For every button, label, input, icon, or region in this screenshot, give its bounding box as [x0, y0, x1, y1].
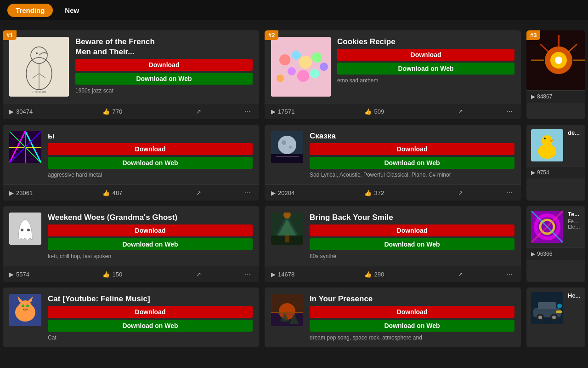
svg-point-35 — [278, 136, 296, 154]
card-1-genre: 1950s jazz scat — [75, 87, 253, 94]
card-5-download-btn[interactable]: Download — [310, 143, 514, 155]
card-7-thumb — [9, 213, 41, 245]
card-6-info: de... — [568, 129, 581, 161]
card-10-download-web-btn[interactable]: Download on Web — [48, 320, 253, 332]
card-9-footer: ▶ 96366 — [526, 247, 585, 260]
card-4-more[interactable]: ··· — [243, 189, 253, 197]
card-7-more[interactable]: ··· — [243, 270, 253, 278]
card-12-title: He... — [568, 292, 581, 299]
like-icon-4: 👍 — [102, 190, 110, 196]
card-5-genre: Sad Lyrical, Acoustic, Powerful Classica… — [310, 172, 514, 178]
svg-point-21 — [555, 57, 562, 64]
card-11-download-btn[interactable]: Download — [310, 306, 514, 318]
card-5-likes: 👍 372 — [364, 190, 458, 196]
svg-point-43 — [544, 138, 546, 139]
card-2-plays: ▶ 17571 — [271, 108, 364, 115]
rank-badge-1: #1 — [3, 30, 17, 40]
svg-point-46 — [27, 229, 30, 231]
card-4-footer: ▶ 23061 👍 487 ↗ ··· — [3, 184, 259, 201]
rank-badge-2: #2 — [265, 30, 278, 40]
card-5-info: Сказка Download Download on Web Sad Lyri… — [310, 131, 514, 178]
card-1-plays: ▶ 30474 — [9, 108, 102, 115]
card-1: #1 ♪ bird art Beware of the French — [3, 30, 259, 119]
svg-point-37 — [289, 146, 292, 149]
card-9: Te... Fem... Elec... ▶ 96366 — [526, 206, 585, 282]
card-8-download-web-btn[interactable]: Download on Web — [310, 238, 514, 250]
card-1-share[interactable]: ↗ — [196, 108, 243, 115]
card-5-share[interactable]: ↗ — [458, 190, 505, 196]
card-6-thumb — [531, 129, 563, 161]
card-5: Сказка Download Download on Web Sad Lyri… — [265, 125, 521, 201]
card-2-download-web-btn[interactable]: Download on Web — [337, 63, 514, 75]
card-12-inner: He... — [526, 288, 585, 329]
card-1-info: Beware of the French Men and Their... Do… — [75, 37, 253, 97]
card-8-download-btn[interactable]: Download — [310, 224, 514, 236]
card-2-genre: emo sad anthem — [337, 77, 514, 84]
card-7: Weekend Woes (Grandma's Ghost) Download … — [3, 206, 259, 282]
card-9-inner: Te... Fem... Elec... — [526, 206, 585, 247]
card-11-info: In Your Presence Download Download on We… — [310, 294, 514, 341]
svg-point-45 — [21, 229, 23, 231]
card-7-download-btn[interactable]: Download — [48, 224, 253, 236]
card-8-more[interactable]: ··· — [505, 270, 514, 278]
svg-point-78 — [552, 316, 556, 319]
svg-point-80 — [557, 304, 562, 308]
card-2-download-btn[interactable]: Download — [337, 49, 514, 61]
card-12-thumb — [531, 292, 563, 324]
card-1-more[interactable]: ··· — [243, 107, 253, 115]
card-5-download-web-btn[interactable]: Download on Web — [310, 157, 514, 169]
play-icon-8: ▶ — [271, 271, 276, 278]
card-7-share[interactable]: ↗ — [196, 271, 243, 278]
card-6-title: de... — [568, 129, 581, 136]
card-4-share[interactable]: ↗ — [196, 190, 243, 196]
card-2-inner: #2 Cookies Recipe Download — [265, 30, 521, 103]
svg-point-42 — [538, 144, 556, 159]
svg-rect-79 — [556, 310, 562, 313]
card-4-plays: ▶ 23061 — [9, 190, 102, 196]
svg-point-76 — [538, 316, 542, 319]
card-2-more[interactable]: ··· — [505, 107, 514, 115]
card-2-share[interactable]: ↗ — [458, 108, 505, 115]
svg-point-64 — [26, 305, 29, 307]
card-3: #3 ▶ 84867 — [526, 30, 585, 119]
main-grid: #1 ♪ bird art Beware of the French — [0, 20, 588, 350]
play-icon-3: ▶ — [531, 93, 535, 100]
card-11: In Your Presence Download Download on We… — [265, 288, 521, 347]
svg-point-13 — [288, 67, 296, 75]
card-4-download-web-btn[interactable]: Download on Web — [48, 157, 253, 169]
card-7-genre: lo-fi, chill hop, fast spoken — [48, 253, 253, 259]
card-7-footer: ▶ 5574 👍 150 ↗ ··· — [3, 266, 259, 282]
tab-new[interactable]: New — [57, 4, 87, 17]
card-4-inner: ы Download Download on Web aggressive ha… — [3, 125, 259, 184]
card-4-download-btn[interactable]: Download — [48, 143, 253, 155]
card-2-thumb — [271, 37, 331, 97]
card-4-likes: 👍 487 — [102, 190, 196, 196]
share-icon-5: ↗ — [458, 190, 463, 196]
card-8: Bring Back Your Smile Download Download … — [265, 206, 521, 282]
card-7-download-web-btn[interactable]: Download on Web — [48, 238, 253, 250]
card-10-genre: Cat — [48, 334, 253, 341]
card-10-download-btn[interactable]: Download — [48, 306, 253, 318]
card-11-inner: In Your Presence Download Download on We… — [265, 288, 521, 347]
play-icon-6: ▶ — [531, 169, 535, 176]
card-8-share[interactable]: ↗ — [458, 271, 505, 278]
svg-text:♪ bird art: ♪ bird art — [32, 90, 46, 94]
card-9-info: Te... Fem... Elec... — [568, 211, 581, 243]
card-5-more[interactable]: ··· — [505, 189, 514, 197]
card-1-download-web-btn[interactable]: Download on Web — [75, 73, 253, 85]
play-icon-7: ▶ — [9, 271, 14, 278]
card-9-thumb — [531, 211, 563, 243]
card-6-footer: ▶ 9754 — [526, 166, 585, 178]
tab-trending[interactable]: Trending — [7, 4, 53, 17]
card-1-footer: ▶ 30474 👍 770 ↗ ··· — [3, 103, 259, 119]
card-11-download-web-btn[interactable]: Download on Web — [310, 320, 514, 332]
like-icon-8: 👍 — [364, 271, 372, 278]
nav-bar: Trending New — [0, 0, 588, 20]
like-icon-5: 👍 — [364, 190, 372, 196]
card-5-footer: ▶ 20204 👍 372 ↗ ··· — [265, 184, 521, 201]
card-1-download-btn[interactable]: Download — [75, 59, 253, 71]
play-icon: ▶ — [9, 108, 14, 115]
card-10-inner: Cat [Youtube: Feline Music] Download Dow… — [3, 288, 259, 347]
card-1-likes: 👍 770 — [102, 108, 196, 115]
svg-point-17 — [320, 63, 328, 71]
